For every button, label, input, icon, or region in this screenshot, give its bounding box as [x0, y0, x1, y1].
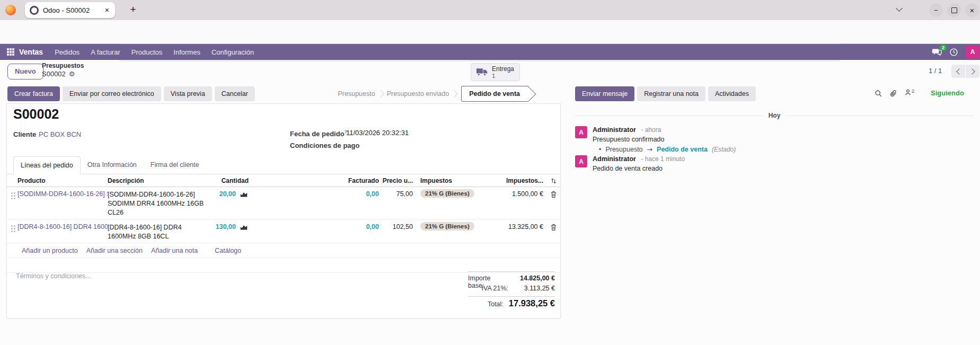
form-sheet: S00002 Cliente PC BOX BCN Fecha de pedid…	[6, 103, 561, 319]
firefox-icon[interactable]	[5, 5, 16, 15]
send-message-button[interactable]: Enviar mensaje	[575, 86, 634, 101]
delete-row-trash-icon[interactable]	[543, 224, 557, 231]
forecast-chart-icon[interactable]	[236, 224, 249, 231]
notebook-tabs: Líneas del pedido Otra Información Firma…	[7, 156, 560, 174]
cell-qty[interactable]: 130,00	[211, 223, 236, 231]
add-product-link[interactable]: Añadir un producto	[22, 247, 78, 254]
cell-qty[interactable]: 20,00	[211, 190, 236, 198]
attachment-paperclip-icon[interactable]	[889, 90, 897, 98]
browser-tab[interactable]: Odoo - S00002 ×	[25, 2, 115, 18]
header-product[interactable]: Producto	[17, 177, 108, 184]
pager-counter: 1 / 1	[929, 67, 942, 75]
order-date-label: Fecha de pedido?	[290, 129, 347, 138]
preview-button[interactable]: Vista previa	[164, 86, 212, 101]
status-presupuesto-enviado[interactable]: Presupuesto enviado	[382, 90, 454, 98]
add-note-link[interactable]: Añadir una nota	[151, 247, 198, 254]
cell-taxes[interactable]: 21% G (Bienes)	[413, 222, 497, 231]
tab-list-chevron-icon[interactable]	[896, 5, 903, 12]
arrow-right-icon: →	[647, 145, 652, 154]
header-amount[interactable]: Impuestos...	[497, 177, 543, 184]
activities-button[interactable]: Actividades	[708, 86, 756, 101]
cell-amount: 1.500,00 €	[497, 190, 543, 198]
delete-row-trash-icon[interactable]	[543, 191, 557, 198]
app-name[interactable]: Ventas	[19, 48, 43, 56]
cell-price[interactable]: 75,00	[379, 190, 413, 198]
send-by-email-button[interactable]: Enviar por correo electrónico	[63, 86, 161, 101]
cell-description[interactable]: [SODIMM-DDR4-1600-16-26] SODIMM DRR4 160…	[108, 190, 211, 217]
cell-product[interactable]: [DDR4-8-1600-16] DDR4 1600MHz 8GB	[17, 223, 108, 231]
menu-pedidos[interactable]: Pedidos	[55, 48, 80, 56]
delivery-smart-button[interactable]: Entrega 1	[471, 63, 520, 81]
create-invoice-button[interactable]: Crear factura	[7, 86, 60, 101]
new-record-button[interactable]: Nuevo	[7, 64, 43, 79]
tax-badge[interactable]: 21% G (Bienes)	[420, 189, 474, 198]
tab-other-info[interactable]: Otra Información	[81, 156, 144, 174]
order-date-value[interactable]: 11/03/2026 20:32:31	[346, 129, 409, 137]
menu-informes[interactable]: Informes	[173, 48, 200, 56]
day-divider-label: Hoy	[769, 112, 781, 119]
tab-customer-signature[interactable]: Firma del cliente	[144, 156, 206, 174]
add-section-link[interactable]: Añadir una sección	[86, 247, 143, 254]
order-lines-table: Producto Descripción Cantidad Facturado …	[7, 174, 560, 273]
actions-gear-icon[interactable]: ⚙	[69, 70, 75, 78]
cell-product[interactable]: [SODIMM-DDR4-1600-16-26] SODIMM DRR4	[17, 190, 108, 198]
window-maximize-button[interactable]	[947, 3, 961, 17]
menu-productos[interactable]: Productos	[131, 48, 163, 56]
day-divider: Hoy	[575, 112, 974, 119]
cell-invoiced: 0,00	[249, 223, 379, 231]
forecast-chart-icon[interactable]	[236, 191, 249, 198]
terms-placeholder[interactable]: Términos y condiciones...	[16, 272, 91, 280]
window-close-button[interactable]: ×	[965, 3, 979, 17]
message-author[interactable]: Administrator	[593, 126, 636, 134]
log-note-button[interactable]: Registrar una nota	[637, 86, 705, 101]
header-invoiced[interactable]: Facturado	[249, 177, 379, 184]
browser-toolbar: ← → ↻ localhost:8069/web?reload=true#cid…	[0, 20, 980, 44]
customer-value[interactable]: PC BOX BCN	[39, 130, 81, 138]
totals-divider	[468, 296, 555, 297]
messages-icon[interactable]: 2	[932, 48, 942, 56]
menu-a-facturar[interactable]: A facturar	[91, 48, 120, 56]
tab-close-icon[interactable]: ×	[104, 6, 110, 14]
tracking-from: Presupuesto	[605, 145, 642, 154]
catalog-link[interactable]: Catálogo	[215, 247, 241, 254]
activities-clock-icon[interactable]	[949, 48, 958, 57]
search-message-icon[interactable]	[875, 90, 882, 98]
cell-amount: 13.325,00 €	[497, 223, 543, 231]
tab-order-lines[interactable]: Líneas del pedido	[13, 156, 81, 174]
smart-button-count: 1	[492, 73, 514, 79]
tax-badge[interactable]: 21% G (Bienes)	[420, 222, 474, 231]
table-row: [DDR4-8-1600-16] DDR4 1600MHz 8GB [DDR4-…	[7, 220, 560, 244]
message-author[interactable]: Administrator	[593, 155, 636, 163]
message-time: - ahora	[641, 126, 661, 134]
header-price[interactable]: Precio u...	[379, 177, 413, 184]
new-tab-button[interactable]: +	[126, 3, 140, 16]
following-toggle[interactable]: Siguiendo	[931, 89, 964, 97]
breadcrumb-presupuestos[interactable]: Presupuestos	[42, 62, 84, 69]
cancel-button[interactable]: Cancelar	[215, 86, 255, 101]
total-label: Total:	[488, 300, 504, 308]
drag-handle-icon[interactable]	[11, 225, 17, 232]
user-avatar[interactable]: A	[966, 46, 979, 59]
truck-icon	[476, 68, 488, 76]
cell-description[interactable]: [DDR4-8-1600-16] DDR4 1600MHz 8GB 16CL	[108, 223, 211, 241]
bullet-icon: •	[599, 145, 601, 154]
followers-icon[interactable]: 2	[904, 89, 914, 98]
cell-taxes[interactable]: 21% G (Bienes)	[413, 189, 497, 198]
totals-block: Importe base: 14.825,00 € IVA 21%: 3.113…	[468, 271, 555, 311]
breadcrumb: Presupuestos S00002 ⚙	[42, 62, 84, 78]
window-minimize-button[interactable]: −	[929, 3, 943, 17]
menu-configuracion[interactable]: Configuración	[211, 48, 254, 56]
header-taxes[interactable]: Impuestos	[413, 177, 497, 184]
optional-columns-icon[interactable]	[543, 178, 557, 184]
status-pedido-de-venta-active[interactable]: Pedido de venta	[461, 86, 528, 102]
status-presupuesto[interactable]: Presupuesto	[333, 90, 380, 98]
apps-grid-icon[interactable]	[7, 48, 14, 56]
header-qty[interactable]: Cantidad	[211, 177, 249, 184]
header-description[interactable]: Descripción	[108, 177, 211, 184]
pager-previous-button[interactable]	[951, 65, 965, 78]
drag-handle-icon[interactable]	[11, 192, 17, 199]
untaxed-amount: 14.825,00 €	[514, 275, 555, 282]
table-header: Producto Descripción Cantidad Facturado …	[7, 174, 560, 187]
pager-next-button[interactable]	[966, 65, 979, 78]
cell-price[interactable]: 102,50	[379, 223, 413, 231]
